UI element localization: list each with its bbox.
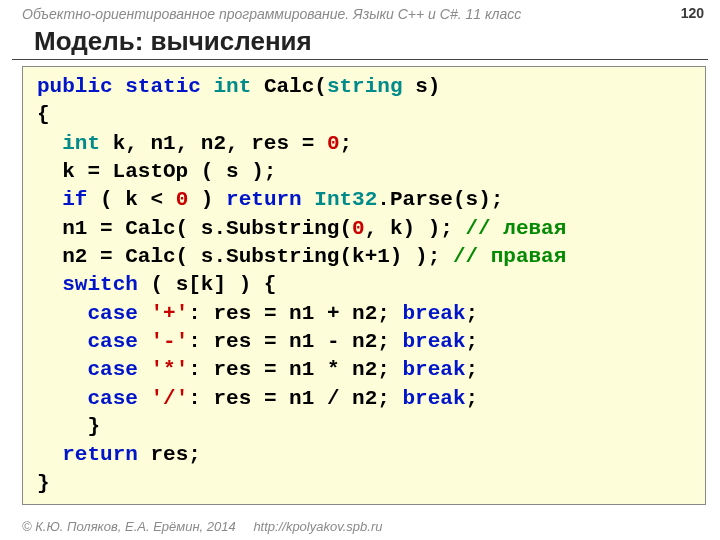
code-line: } [37, 413, 695, 441]
keyword: case [87, 330, 137, 353]
code-text: k, n1, n2, res = [100, 132, 327, 155]
code-line: case '*': res = n1 * n2; break; [37, 356, 695, 384]
code-text [138, 330, 151, 353]
code-text: ; [466, 358, 479, 381]
type: int [62, 132, 100, 155]
keyword: break [403, 358, 466, 381]
code-text [37, 443, 62, 466]
number: 0 [176, 188, 189, 211]
page-number: 120 [681, 5, 704, 21]
code-text [37, 387, 87, 410]
code-text: n1 = Calc( s.Substring( [37, 217, 352, 240]
code-line: } [37, 470, 695, 498]
keyword: return [62, 443, 138, 466]
code-block: public static int Calc(string s) { int k… [22, 66, 706, 505]
string: '+' [150, 302, 188, 325]
code-text: ( s[k] ) { [138, 273, 277, 296]
code-line: int k, n1, n2, res = 0; [37, 130, 695, 158]
code-text: ) [188, 188, 226, 211]
keyword: static [125, 75, 201, 98]
code-text [37, 273, 62, 296]
code-line: n1 = Calc( s.Substring(0, k) ); // левая [37, 215, 695, 243]
code-line: n2 = Calc( s.Substring(k+1) ); // правая [37, 243, 695, 271]
code-text [138, 358, 151, 381]
code-line: case '-': res = n1 - n2; break; [37, 328, 695, 356]
code-text [37, 358, 87, 381]
code-line: switch ( s[k] ) { [37, 271, 695, 299]
comment: // левая [466, 217, 567, 240]
keyword: case [87, 358, 137, 381]
keyword: break [403, 302, 466, 325]
footer: © К.Ю. Поляков, Е.А. Ерёмин, 2014 http:/… [22, 519, 382, 534]
code-text: ; [466, 387, 479, 410]
code-text [37, 302, 87, 325]
keyword: if [62, 188, 87, 211]
code-text: ; [339, 132, 352, 155]
code-text: n2 = Calc( s.Substring(k+1) ); [37, 245, 453, 268]
copyright: © К.Ю. Поляков, Е.А. Ерёмин, 2014 [22, 519, 236, 534]
footer-url: http://kpolyakov.spb.ru [253, 519, 382, 534]
code-text: ( k < [87, 188, 175, 211]
string: '*' [150, 358, 188, 381]
number: 0 [352, 217, 365, 240]
code-line: if ( k < 0 ) return Int32.Parse(s); [37, 186, 695, 214]
code-line: return res; [37, 441, 695, 469]
code-text: res; [138, 443, 201, 466]
code-text: , k) ); [365, 217, 466, 240]
keyword: break [403, 330, 466, 353]
course-header: Объектно-ориентированное программировани… [0, 0, 720, 26]
code-text [37, 330, 87, 353]
code-text: Calc( [251, 75, 327, 98]
code-line: { [37, 101, 695, 129]
code-line: public static int Calc(string s) [37, 73, 695, 101]
keyword: case [87, 387, 137, 410]
keyword: case [87, 302, 137, 325]
code-text [37, 132, 62, 155]
code-text [37, 188, 62, 211]
code-line: case '/': res = n1 / n2; break; [37, 385, 695, 413]
code-text [138, 387, 151, 410]
code-text: .Parse(s); [377, 188, 503, 211]
code-text: : res = n1 + n2; [188, 302, 402, 325]
type: int [213, 75, 251, 98]
code-text: s) [403, 75, 441, 98]
code-line: case '+': res = n1 + n2; break; [37, 300, 695, 328]
keyword: break [403, 387, 466, 410]
keyword: switch [62, 273, 138, 296]
type: string [327, 75, 403, 98]
comment: // правая [453, 245, 566, 268]
code-text: ; [466, 302, 479, 325]
code-text: : res = n1 * n2; [188, 358, 402, 381]
number: 0 [327, 132, 340, 155]
keyword: return [226, 188, 302, 211]
code-text: : res = n1 / n2; [188, 387, 402, 410]
keyword: public [37, 75, 113, 98]
type: Int32 [314, 188, 377, 211]
slide-title: Модель: вычисления [12, 26, 708, 60]
code-line: k = LastOp ( s ); [37, 158, 695, 186]
string: '-' [150, 330, 188, 353]
code-text [138, 302, 151, 325]
string: '/' [150, 387, 188, 410]
code-text [302, 188, 315, 211]
code-text: : res = n1 - n2; [188, 330, 402, 353]
code-text: ; [466, 330, 479, 353]
